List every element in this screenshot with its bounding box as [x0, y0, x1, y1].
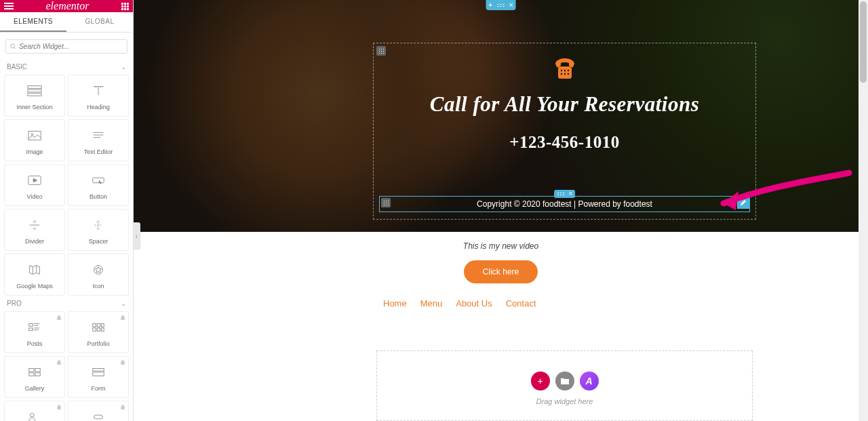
delete-widget-icon[interactable]: ×	[569, 191, 573, 197]
pro-widgets: Posts Portfolio Gallery Form	[0, 311, 133, 421]
hero-phone[interactable]: +123-456-1010	[374, 133, 755, 152]
svg-rect-11	[93, 178, 104, 182]
svg-point-6	[31, 134, 33, 136]
nav-about[interactable]: About Us	[456, 298, 492, 308]
search-input[interactable]	[19, 43, 123, 50]
widget-google-maps[interactable]: Google Maps	[4, 254, 65, 296]
svg-rect-24	[97, 328, 100, 332]
basic-widgets: Inner Section Heading Image Text Editor …	[0, 75, 133, 296]
svg-rect-34	[558, 66, 572, 79]
svg-rect-27	[35, 369, 40, 372]
widget-icon[interactable]: Icon	[68, 254, 129, 296]
astra-templates-button[interactable]: A	[580, 372, 599, 390]
widget-text-editor[interactable]: Text Editor	[68, 119, 129, 161]
svg-point-35	[560, 70, 561, 71]
drag-widget-icon[interactable]	[557, 191, 565, 197]
svg-rect-25	[102, 328, 104, 332]
svg-rect-3	[28, 89, 41, 92]
video-caption[interactable]: This is my new video	[134, 241, 868, 251]
hero-section[interactable]: + × Call for All Your Reservations +123-…	[134, 0, 868, 232]
close-section-icon[interactable]: ×	[509, 1, 513, 9]
widget-search[interactable]	[5, 39, 127, 54]
svg-line-1	[14, 47, 16, 49]
svg-rect-2	[28, 86, 41, 89]
click-here-button[interactable]: Click here	[464, 260, 538, 283]
svg-rect-33	[94, 415, 103, 419]
widget-divider[interactable]: Divider	[4, 209, 65, 251]
widget-video[interactable]: Video	[4, 164, 65, 206]
panel-collapse-handle[interactable]	[134, 222, 140, 249]
search-icon	[10, 43, 16, 50]
widget-spacer[interactable]: Spacer	[68, 209, 129, 251]
svg-rect-21	[97, 324, 100, 327]
hero-title[interactable]: Call for All Your Reservations	[374, 92, 755, 117]
svg-rect-31	[93, 372, 104, 376]
svg-rect-30	[93, 369, 104, 372]
category-basic[interactable]: BASIC ⌄	[0, 59, 133, 75]
folder-icon	[560, 376, 570, 386]
add-section-dropzone[interactable]: + A Drag widget here	[376, 350, 753, 421]
nav-menu[interactable]: Menu	[420, 298, 443, 308]
nav-contact[interactable]: Contact	[506, 298, 536, 308]
svg-point-37	[567, 70, 568, 71]
tab-global[interactable]: GLOBAL	[66, 12, 133, 32]
inner-section-outline[interactable]: Call for All Your Reservations +123-456-…	[373, 43, 756, 220]
panel-header: elementor	[0, 0, 133, 12]
elementor-logo: elementor	[46, 0, 90, 12]
chevron-down-icon: ⌄	[121, 63, 126, 71]
widget-gallery[interactable]: Gallery	[4, 356, 65, 398]
scrollbar[interactable]	[859, 0, 868, 421]
add-section-button[interactable]: +	[531, 372, 550, 390]
svg-rect-28	[29, 373, 34, 376]
widget-heading[interactable]: Heading	[68, 75, 129, 117]
widget-image[interactable]: Image	[4, 119, 65, 161]
svg-rect-4	[28, 94, 41, 96]
widget-extra-2[interactable]	[68, 401, 129, 421]
dropzone-label: Drag widget here	[377, 397, 752, 405]
widget-portfolio[interactable]: Portfolio	[68, 311, 129, 353]
section-controls: + ×	[486, 0, 516, 10]
svg-point-39	[564, 73, 565, 75]
phone-icon	[374, 57, 755, 84]
widgets-grid-icon[interactable]	[121, 3, 129, 10]
panel-tabs: ELEMENTS GLOBAL	[0, 12, 133, 33]
widget-controls: ×	[554, 190, 576, 198]
widget-button[interactable]: Button	[68, 164, 129, 206]
nav-links: Home Menu About Us Contact	[383, 298, 868, 308]
column-handle-icon[interactable]	[381, 198, 391, 207]
below-hero: This is my new video Click here Home Men…	[134, 232, 868, 421]
category-basic-label: BASIC	[7, 63, 27, 71]
svg-rect-22	[102, 324, 104, 327]
footer-text-widget[interactable]: × Copyright © 2020 foodtest | Powered by…	[379, 196, 750, 212]
editor-canvas: + × Call for All Your Reservations +123-…	[134, 0, 868, 421]
chevron-down-icon: ⌄	[121, 300, 126, 307]
template-library-button[interactable]	[555, 372, 574, 390]
dropzone-buttons: + A	[377, 372, 752, 390]
nav-home[interactable]: Home	[383, 298, 407, 308]
svg-point-36	[564, 70, 565, 71]
svg-rect-17	[29, 328, 33, 331]
svg-rect-23	[93, 328, 96, 332]
widget-inner-section[interactable]: Inner Section	[4, 75, 65, 117]
category-pro-label: PRO	[7, 300, 22, 307]
footer-copyright: Copyright © 2020 foodtest | Powered by f…	[380, 199, 749, 209]
tab-elements[interactable]: ELEMENTS	[0, 12, 66, 32]
svg-point-32	[31, 414, 35, 418]
widget-posts[interactable]: Posts	[4, 311, 65, 353]
edit-widget-button[interactable]	[737, 197, 749, 209]
column-handle-icon[interactable]	[376, 46, 386, 56]
svg-rect-20	[93, 324, 96, 327]
svg-point-38	[560, 73, 561, 75]
drag-section-icon[interactable]	[497, 1, 505, 9]
widget-form[interactable]: Form	[68, 356, 129, 398]
elementor-panel: elementor ELEMENTS GLOBAL BASIC ⌄ Inner …	[0, 0, 134, 421]
scrollbar-thumb[interactable]	[860, 1, 867, 83]
svg-rect-26	[29, 369, 34, 372]
svg-point-40	[567, 73, 568, 75]
menu-icon[interactable]	[4, 3, 14, 9]
svg-rect-14	[29, 324, 33, 327]
add-section-icon[interactable]: +	[488, 1, 492, 9]
svg-point-0	[11, 43, 15, 47]
widget-extra-1[interactable]	[4, 401, 65, 421]
category-pro[interactable]: PRO ⌄	[0, 296, 133, 311]
